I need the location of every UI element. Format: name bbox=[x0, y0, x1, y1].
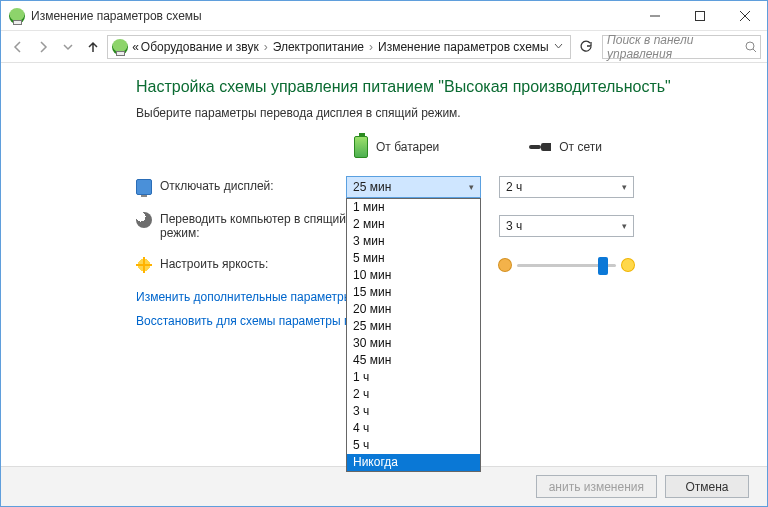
chevron-down-icon bbox=[554, 42, 563, 51]
display-off-plugged-select[interactable]: 2 ч ▾ bbox=[499, 176, 634, 198]
svg-line-5 bbox=[753, 49, 756, 52]
dropdown-option[interactable]: 20 мин bbox=[347, 301, 480, 318]
moon-icon bbox=[136, 212, 152, 228]
dropdown-option[interactable]: 25 мин bbox=[347, 318, 480, 335]
minimize-button[interactable] bbox=[632, 1, 677, 30]
dropdown-option[interactable]: Никогда bbox=[347, 454, 480, 471]
chevron-right-icon: › bbox=[261, 40, 271, 54]
row-display-off: Отключать дисплей: 25 мин ▾ 2 ч ▾ bbox=[136, 176, 767, 198]
minimize-icon bbox=[650, 11, 660, 21]
app-icon bbox=[9, 8, 25, 24]
window-title: Изменение параметров схемы bbox=[31, 9, 632, 23]
titlebar: Изменение параметров схемы bbox=[1, 1, 767, 30]
dropdown-option[interactable]: 2 ч bbox=[347, 386, 480, 403]
dropdown-option[interactable]: 2 мин bbox=[347, 216, 480, 233]
breadcrumb-item[interactable]: Электропитание bbox=[273, 40, 364, 54]
page-subtitle: Выберите параметры перевода дисплея в сп… bbox=[136, 106, 767, 120]
content: Настройка схемы управления питанием "Выс… bbox=[1, 64, 767, 465]
brightness-low-icon bbox=[499, 259, 511, 271]
search-input[interactable]: Поиск в панели управления bbox=[602, 35, 761, 59]
dropdown-option[interactable]: 3 мин bbox=[347, 233, 480, 250]
chevron-down-icon: ▾ bbox=[469, 182, 474, 192]
button-bar: анить изменения Отмена bbox=[1, 466, 767, 506]
search-placeholder: Поиск в панели управления bbox=[607, 33, 745, 61]
sleep-plugged-select[interactable]: 3 ч ▾ bbox=[499, 215, 634, 237]
control-panel-icon bbox=[112, 39, 128, 55]
row-label: Отключать дисплей: bbox=[160, 179, 274, 193]
dropdown-option[interactable]: 5 ч bbox=[347, 437, 480, 454]
forward-button[interactable] bbox=[32, 35, 53, 59]
brightness-plugged-slider[interactable] bbox=[499, 254, 634, 276]
maximize-icon bbox=[695, 11, 705, 21]
brightness-high-icon bbox=[622, 259, 634, 271]
page-title: Настройка схемы управления питанием "Выс… bbox=[136, 78, 767, 96]
up-button[interactable] bbox=[82, 35, 103, 59]
save-button[interactable]: анить изменения bbox=[536, 475, 657, 498]
chevron-down-icon: ▾ bbox=[622, 182, 627, 192]
display-off-battery-select[interactable]: 25 мин ▾ bbox=[346, 176, 481, 198]
search-icon bbox=[745, 41, 756, 53]
column-headers: От батареи От сети bbox=[354, 136, 767, 158]
back-button[interactable] bbox=[7, 35, 28, 59]
arrow-right-icon bbox=[36, 40, 50, 54]
monitor-icon bbox=[136, 179, 152, 195]
dropdown-option[interactable]: 1 мин bbox=[347, 199, 480, 216]
dropdown-option[interactable]: 45 мин bbox=[347, 352, 480, 369]
breadcrumb-dropdown[interactable] bbox=[551, 40, 566, 54]
breadcrumb[interactable]: « Оборудование и звук › Электропитание ›… bbox=[107, 35, 571, 59]
dropdown-option[interactable]: 3 ч bbox=[347, 403, 480, 420]
display-off-battery-dropdown[interactable]: 1 мин2 мин3 мин5 мин10 мин15 мин20 мин25… bbox=[346, 198, 481, 472]
battery-icon bbox=[354, 136, 368, 158]
col-plugged-label: От сети bbox=[559, 140, 602, 154]
dropdown-option[interactable]: 10 мин bbox=[347, 267, 480, 284]
dropdown-option[interactable]: 1 ч bbox=[347, 369, 480, 386]
dropdown-option[interactable]: 30 мин bbox=[347, 335, 480, 352]
col-battery-label: От батареи bbox=[376, 140, 439, 154]
chevron-down-icon: ▾ bbox=[622, 221, 627, 231]
dropdown-option[interactable]: 15 мин bbox=[347, 284, 480, 301]
slider-thumb[interactable] bbox=[598, 257, 608, 275]
refresh-button[interactable] bbox=[577, 36, 596, 58]
dropdown-option[interactable]: 5 мин bbox=[347, 250, 480, 267]
navbar: « Оборудование и звук › Электропитание ›… bbox=[1, 30, 767, 63]
row-label: Настроить яркость: bbox=[160, 257, 268, 271]
maximize-button[interactable] bbox=[677, 1, 722, 30]
breadcrumb-prefix: « bbox=[132, 40, 139, 54]
refresh-icon bbox=[579, 40, 593, 54]
svg-rect-1 bbox=[695, 11, 704, 20]
plug-icon bbox=[529, 141, 551, 153]
close-button[interactable] bbox=[722, 1, 767, 30]
breadcrumb-item[interactable]: Изменение параметров схемы bbox=[378, 40, 549, 54]
cancel-button[interactable]: Отмена bbox=[665, 475, 749, 498]
svg-point-4 bbox=[746, 42, 754, 50]
sun-icon bbox=[136, 257, 152, 273]
slider-track[interactable] bbox=[517, 264, 616, 267]
chevron-right-icon: › bbox=[366, 40, 376, 54]
select-value: 3 ч bbox=[506, 219, 522, 233]
dropdown-option[interactable]: 4 ч bbox=[347, 420, 480, 437]
chevron-down-icon bbox=[63, 42, 73, 52]
select-value: 25 мин bbox=[353, 180, 391, 194]
recent-button[interactable] bbox=[57, 35, 78, 59]
breadcrumb-item[interactable]: Оборудование и звук bbox=[141, 40, 259, 54]
row-label: Переводить компьютер в спящий режим: bbox=[160, 212, 346, 240]
arrow-left-icon bbox=[11, 40, 25, 54]
arrow-up-icon bbox=[86, 40, 100, 54]
select-value: 2 ч bbox=[506, 180, 522, 194]
close-icon bbox=[740, 11, 750, 21]
